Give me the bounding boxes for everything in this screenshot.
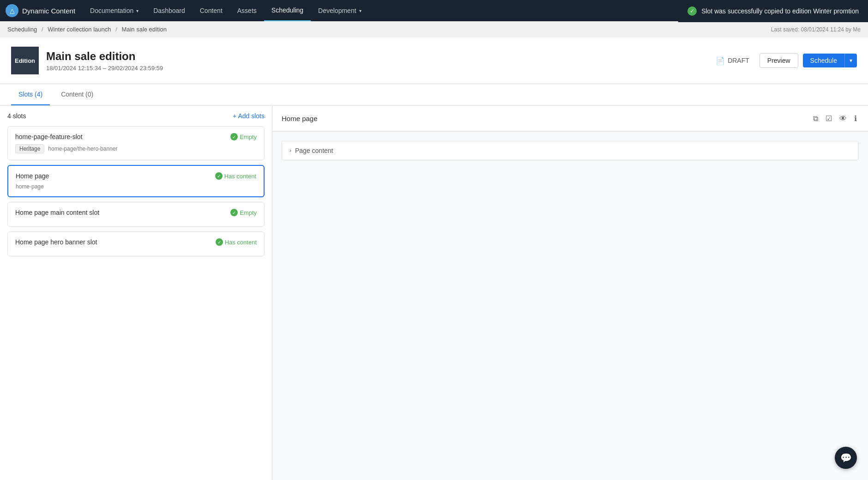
status-label: Empty [240,209,257,216]
draft-label: DRAFT [728,57,749,64]
right-panel-header: Home page ⧉ ☑ 👁 ℹ [272,106,868,132]
slot-status: ✓ Empty [230,133,257,140]
schedule-button[interactable]: Schedule [803,54,844,67]
draft-badge: 📄 DRAFT [710,54,755,68]
breadcrumb: Scheduling / Winter collection launch / … [7,26,167,33]
chevron-down-icon: ▾ [136,8,139,13]
checklist-button[interactable]: ☑ [824,112,834,125]
tabs-bar: Slots (4) Content (0) [0,84,868,106]
breadcrumb-winter-collection[interactable]: Winter collection launch [48,26,111,33]
page-title-section: Edition Main sale edition 18/01/2024 12:… [11,47,163,74]
success-toast: ✓ Slot was successfully copied to editio… [678,0,868,22]
slot-card-homepage[interactable]: Home page ✓ Has content home-page [7,165,265,197]
page-title: Main sale edition [46,50,163,63]
nav-item-dashboard[interactable]: Dashboard [146,0,193,21]
breadcrumb-bar: Scheduling / Winter collection launch / … [0,21,868,37]
slot-card-header: Home page hero banner slot ✓ Has content [15,238,257,246]
info-button[interactable]: ℹ [852,112,859,125]
status-dot-icon: ✓ [216,238,223,246]
page-content-tree: › Page content [282,141,859,160]
nav-item-content[interactable]: Content [193,0,230,21]
page-header: Edition Main sale edition 18/01/2024 12:… [0,37,868,84]
slot-card-header: Home page main content slot ✓ Empty [15,209,257,216]
tab-slots[interactable]: Slots (4) [11,84,50,105]
breadcrumb-separator: / [42,26,43,33]
title-block: Main sale edition 18/01/2024 12:15:34 – … [46,50,163,72]
tab-content[interactable]: Content (0) [54,84,101,105]
slot-name: Home page [16,172,211,180]
check-icon: ✓ [687,6,697,16]
slots-list: home-page-feature-slot ✓ Empty Heritage … [0,126,272,264]
edition-icon: Edition [11,47,39,74]
status-label: Has content [225,239,257,246]
nav-item-development[interactable]: Development ▾ [311,0,369,21]
slot-card-header: Home page ✓ Has content [16,172,256,180]
slot-tags: Heritage home-page/the-hero-banner [15,144,257,153]
status-label: Has content [224,173,256,180]
slot-path: home-page/the-hero-banner [48,146,117,152]
slot-status: ✓ Has content [216,238,257,246]
draft-icon: 📄 [716,56,725,65]
last-saved: Last saved: 08/01/2024 11:24 by Me [771,26,861,33]
nav-item-assets[interactable]: Assets [230,0,264,21]
schedule-dropdown-button[interactable]: ▾ [844,54,857,67]
slots-header: 4 slots + Add slots [0,106,272,126]
app-name: Dynamic Content [22,7,75,15]
status-label: Empty [240,134,257,140]
add-slots-button[interactable]: + Add slots [233,112,265,120]
breadcrumb-scheduling[interactable]: Scheduling [7,26,37,33]
status-dot-icon: ✓ [215,172,223,180]
slot-name: home-page-feature-slot [15,133,227,140]
chevron-right-icon: › [289,147,291,154]
slot-tags: home-page [16,183,256,190]
status-dot-icon: ✓ [230,133,238,140]
chevron-down-icon: ▾ [359,8,362,13]
nav-item-documentation[interactable]: Documentation ▾ [83,0,146,21]
tree-item-label: Page content [295,147,333,154]
preview-icon-button[interactable]: 👁 [838,113,849,125]
slot-name: Home page main content slot [15,209,227,216]
slot-name: Home page hero banner slot [15,238,212,246]
slots-count: 4 slots [7,112,26,120]
slot-status: ✓ Empty [230,209,257,216]
schedule-button-group: Schedule ▾ [803,54,857,67]
breadcrumb-separator: / [115,26,117,33]
preview-button[interactable]: Preview [760,53,798,68]
toast-message: Slot was successfully copied to edition … [701,7,859,15]
nav-item-scheduling[interactable]: Scheduling [264,0,311,21]
slot-card-main-content[interactable]: Home page main content slot ✓ Empty [7,202,265,227]
right-panel-actions: ⧉ ☑ 👁 ℹ [811,112,859,125]
left-panel: 4 slots + Add slots home-page-feature-sl… [0,106,272,480]
copy-button[interactable]: ⧉ [811,113,820,125]
right-panel: Home page ⧉ ☑ 👁 ℹ › Page content [272,106,868,480]
slot-card-header: home-page-feature-slot ✓ Empty [15,133,257,140]
main-content: 4 slots + Add slots home-page-feature-sl… [0,106,868,480]
tree-item-page-content[interactable]: › Page content [282,141,858,160]
slot-status: ✓ Has content [215,172,256,180]
slot-path: home-page [16,183,44,190]
right-panel-title: Home page [282,115,318,122]
slot-card-hero-banner[interactable]: Home page hero banner slot ✓ Has content [7,231,265,256]
app-logo[interactable]: △ Dynamic Content [6,4,75,17]
breadcrumb-current: Main sale edition [121,26,167,33]
status-dot-icon: ✓ [230,209,238,216]
slot-card-feature[interactable]: home-page-feature-slot ✓ Empty Heritage … [7,126,265,160]
slot-tag-heritage: Heritage [15,144,44,153]
logo-icon: △ [6,4,18,17]
right-panel-content: › Page content [272,132,868,170]
header-actions: 📄 DRAFT Preview Schedule ▾ [710,53,857,68]
chat-button[interactable]: 💬 [835,447,857,469]
page-date-range: 18/01/2024 12:15:34 – 29/02/2024 23:59:5… [46,65,163,72]
